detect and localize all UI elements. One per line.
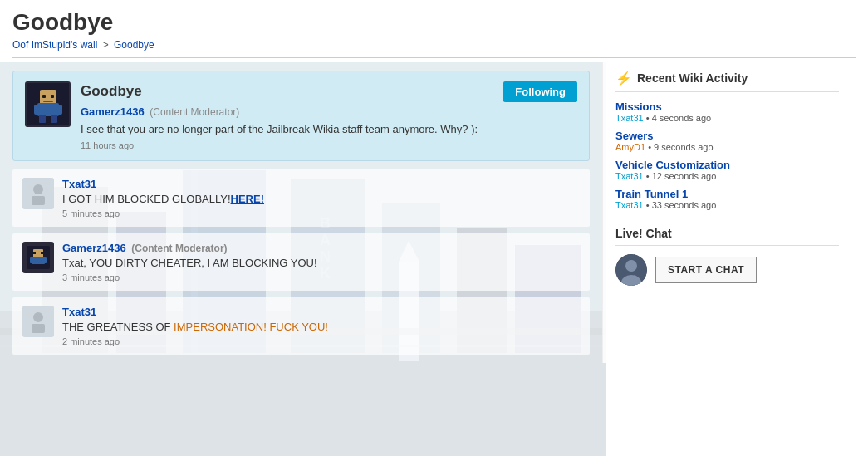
replies-list: Txat31 I GOT HIM BLOCKED GLOBALLY!HERE! … [12, 169, 590, 355]
svg-point-37 [33, 312, 43, 322]
activity-user-3: Txat31 [615, 171, 644, 181]
reply-3-text-highlight: IMPERSONATION! FUCK YOU! [174, 321, 328, 333]
activity-page-link-3[interactable]: Vehicle Customization [615, 159, 839, 171]
reply-2-badge: (Content Moderator) [131, 243, 227, 254]
main-content: Goodbye Following Gamerz1436 (Content Mo… [0, 62, 602, 363]
following-button[interactable]: Following [503, 81, 577, 102]
activity-meta-3: Txat31 • 12 seconds ago [615, 171, 839, 181]
reply-2-body: Gamerz1436 (Content Moderator) Txat, YOU… [62, 242, 580, 282]
svg-rect-36 [41, 252, 43, 254]
svg-rect-26 [51, 95, 54, 98]
breadcrumb-separator: > [103, 39, 111, 51]
reply-1-author: Txat31 [62, 178, 580, 190]
svg-rect-29 [32, 196, 45, 205]
sidebar: ⚡ Recent Wiki Activity Missions Txat31 •… [602, 62, 851, 363]
reply-3-time: 2 minutes ago [62, 336, 580, 346]
svg-rect-21 [34, 105, 42, 115]
activity-meta-4: Txat31 • 33 seconds ago [615, 200, 839, 210]
reply-2-text: Txat, YOU DIRTY CHEATER, I AM BLOCKING Y… [62, 257, 580, 269]
activity-item: Missions Txat31 • 4 seconds ago [615, 101, 839, 123]
live-chat-row: START A CHAT [615, 254, 839, 286]
reply-1-body: Txat31 I GOT HIM BLOCKED GLOBALLY!HERE! … [62, 178, 580, 218]
reply-3-avatar [22, 306, 54, 337]
svg-rect-33 [30, 257, 35, 263]
reply-1-here-link[interactable]: HERE! [231, 193, 264, 205]
activity-user-2: AmyD1 [615, 142, 645, 152]
chat-avatar [615, 254, 647, 286]
reply-item: Txat31 THE GREATNESS OF IMPERSONATION! F… [12, 297, 590, 355]
activity-time-2: 9 seconds ago [654, 142, 714, 152]
reply-2-author: Gamerz1436 (Content Moderator) [62, 242, 580, 254]
activity-page-link-4[interactable]: Train Tunnel 1 [615, 188, 839, 200]
post-author-line: Gamerz1436 (Content Moderator) [81, 105, 577, 118]
reply-3-body: Txat31 THE GREATNESS OF IMPERSONATION! F… [62, 306, 580, 346]
activity-page-link-2[interactable]: Sewers [615, 130, 839, 142]
svg-rect-38 [32, 324, 45, 333]
breadcrumb-wall-link[interactable]: Oof ImStupid's wall [12, 39, 97, 51]
activity-user-1: Txat31 [615, 113, 644, 123]
recent-activity-title: ⚡ Recent Wiki Activity [615, 71, 839, 92]
svg-rect-23 [39, 115, 46, 123]
reply-1-text: I GOT HIM BLOCKED GLOBALLY!HERE! [62, 193, 580, 205]
post-author-avatar [25, 81, 71, 127]
reply-item: Txat31 I GOT HIM BLOCKED GLOBALLY!HERE! … [12, 169, 590, 227]
activity-time-sep-4: • [646, 200, 652, 210]
activity-time-sep-2: • [648, 142, 654, 152]
page-title: Goodbye [12, 8, 856, 37]
activity-time-4: 33 seconds ago [652, 200, 717, 210]
activity-time-sep-1: • [646, 113, 652, 123]
activity-item: Sewers AmyD1 • 9 seconds ago [615, 130, 839, 152]
reply-item: Gamerz1436 (Content Moderator) Txat, YOU… [12, 233, 590, 291]
header-divider [12, 57, 856, 58]
reply-3-text-plain: THE GREATNESS OF [62, 321, 174, 333]
svg-rect-24 [51, 115, 57, 123]
activity-time-sep-3: • [646, 171, 652, 181]
reply-3-author: Txat31 [62, 306, 580, 318]
post-text: I see that you are no longer part of the… [81, 123, 577, 135]
reply-1-avatar [22, 178, 54, 209]
activity-user-4: Txat31 [615, 200, 644, 210]
activity-item: Vehicle Customization Txat31 • 12 second… [615, 159, 839, 181]
post-heading: Goodbye [81, 83, 142, 100]
svg-rect-22 [54, 105, 62, 115]
live-chat-title: Live! Chat [615, 227, 839, 246]
start-chat-button[interactable]: START A CHAT [655, 257, 757, 283]
svg-rect-27 [43, 101, 53, 102]
activity-page-link-1[interactable]: Missions [615, 101, 839, 113]
activity-item: Train Tunnel 1 Txat31 • 33 seconds ago [615, 188, 839, 210]
reply-3-text: THE GREATNESS OF IMPERSONATION! FUCK YOU… [62, 321, 580, 333]
activity-time-1: 4 seconds ago [652, 113, 712, 123]
activity-icon: ⚡ [615, 71, 632, 86]
activity-time-3: 12 seconds ago [652, 171, 717, 181]
moderator-badge: (Content Moderator) [150, 106, 239, 118]
post-title-row: Goodbye Following [81, 81, 577, 102]
reply-2-author-link[interactable]: Gamerz1436 [62, 242, 126, 254]
wiki-activity-list: Missions Txat31 • 4 seconds ago Sewers A… [615, 101, 839, 210]
reply-3-author-link[interactable]: Txat31 [62, 306, 96, 318]
svg-rect-25 [42, 95, 46, 98]
activity-title-text: Recent Wiki Activity [637, 71, 748, 85]
svg-rect-34 [42, 257, 47, 263]
reply-1-author-link[interactable]: Txat31 [62, 178, 96, 190]
post-timestamp: 11 hours ago [81, 140, 577, 150]
svg-rect-35 [33, 252, 36, 254]
svg-point-40 [625, 260, 637, 272]
post-content: Goodbye Following Gamerz1436 (Content Mo… [81, 81, 577, 150]
activity-meta-1: Txat31 • 4 seconds ago [615, 113, 839, 123]
svg-point-28 [33, 184, 43, 194]
activity-meta-2: AmyD1 • 9 seconds ago [615, 142, 839, 152]
reply-1-time: 5 minutes ago [62, 208, 580, 218]
live-chat-section: Live! Chat START A CHAT [615, 227, 839, 286]
reply-2-time: 3 minutes ago [62, 272, 580, 282]
reply-2-avatar [22, 242, 54, 273]
main-post: Goodbye Following Gamerz1436 (Content Mo… [12, 71, 590, 161]
breadcrumb-current: Goodbye [114, 39, 154, 51]
breadcrumb: Oof ImStupid's wall > Goodbye [12, 39, 856, 51]
post-author-link[interactable]: Gamerz1436 [81, 105, 145, 118]
